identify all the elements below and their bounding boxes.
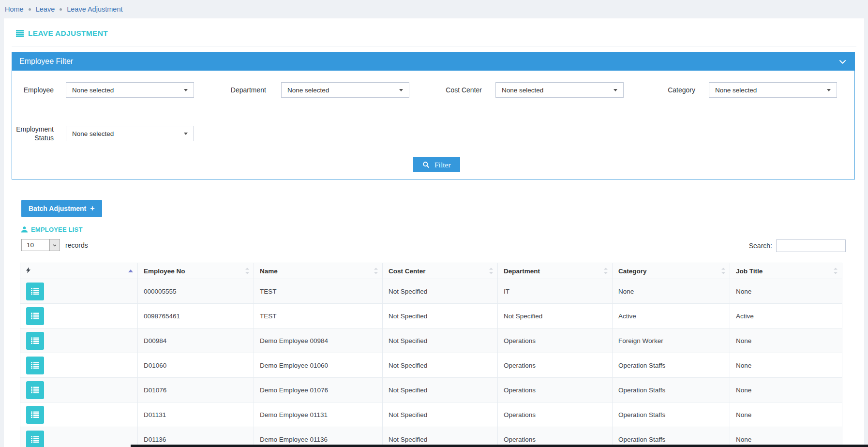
cell-job-title: None — [730, 402, 842, 427]
cell-actions — [20, 427, 138, 447]
table-row: D01076 Demo Employee 01076 Not Specified… — [20, 378, 842, 402]
page-title-text: LEAVE ADJUSTMENT — [28, 29, 108, 38]
search-label: Search: — [749, 242, 772, 250]
cell-department: Operations — [498, 427, 613, 447]
chevron-down-icon[interactable] — [838, 57, 847, 66]
leave-adjust-button[interactable] — [26, 381, 44, 399]
cell-department: Operations — [498, 378, 613, 402]
cell-job-title: None — [730, 427, 842, 447]
sort-icon — [604, 268, 608, 274]
leave-adjust-button[interactable] — [26, 283, 44, 300]
employee-filter-header[interactable]: Employee Filter — [12, 52, 854, 71]
cell-category: Operation Staffs — [613, 427, 730, 447]
cell-employee-no: D01076 — [138, 378, 254, 402]
sort-ascending-icon — [128, 269, 133, 272]
department-label: Department — [227, 86, 266, 94]
leave-adjust-button[interactable] — [26, 332, 44, 350]
cell-cost-center: Not Specified — [383, 402, 498, 427]
cell-name: TEST — [254, 304, 383, 328]
column-header-actions[interactable] — [20, 263, 138, 279]
cell-actions — [20, 402, 138, 427]
cell-department: Operations — [498, 353, 613, 378]
sort-icon — [245, 268, 249, 274]
employee-list-heading-text: EMPLOYEE LIST — [31, 226, 83, 233]
column-header-label: Employee No — [144, 268, 185, 275]
cell-cost-center: Not Specified — [383, 427, 498, 447]
leave-adjust-button[interactable] — [26, 307, 44, 325]
column-header-employee-no[interactable]: Employee No — [138, 263, 254, 279]
cell-employee-no: D00984 — [138, 328, 254, 353]
search-control: Search: — [749, 239, 846, 252]
table-row: 000005555 TEST Not Specified IT None Non… — [20, 279, 842, 304]
cell-cost-center: Not Specified — [383, 353, 498, 378]
employment-status-label: Employment Status — [13, 125, 54, 142]
employee-dropdown-value: None selected — [72, 87, 184, 94]
list-lines-icon — [31, 411, 39, 418]
column-header-category[interactable]: Category — [613, 263, 730, 279]
search-input[interactable] — [776, 239, 846, 252]
breadcrumb-leave-adjustment[interactable]: Leave Adjustment — [67, 5, 122, 13]
employment-status-dropdown-value: None selected — [72, 130, 184, 137]
divider — [12, 46, 856, 46]
column-header-department[interactable]: Department — [498, 263, 613, 279]
cell-category: Active — [613, 304, 730, 328]
category-dropdown[interactable]: None selected — [709, 82, 837, 98]
cell-cost-center: Not Specified — [383, 328, 498, 353]
cell-cost-center: Not Specified — [383, 304, 498, 328]
records-length-control: 10 records — [21, 239, 88, 251]
cell-employee-no: D01131 — [138, 402, 254, 427]
records-per-page-select[interactable]: 10 — [21, 239, 60, 251]
filter-field-employee: Employee None selected — [20, 82, 194, 98]
filter-button[interactable]: Filter — [413, 157, 460, 172]
filter-field-employment-status: Employment Status None selected — [13, 126, 194, 141]
employment-status-dropdown[interactable]: None selected — [66, 126, 194, 141]
batch-adjustment-label: Batch Adjustment — [29, 205, 86, 212]
filter-field-category: Category None selected — [652, 82, 837, 98]
employee-filter-panel: Employee Filter Employee None selected D… — [12, 52, 855, 179]
horizontal-scrollbar[interactable] — [131, 445, 868, 447]
table-header-row: Employee No Name Cost Center Department … — [20, 263, 842, 279]
batch-adjustment-button[interactable]: Batch Adjustment + — [21, 200, 102, 217]
cell-actions — [20, 304, 138, 328]
category-dropdown-value: None selected — [715, 87, 827, 94]
list-lines-icon — [31, 337, 39, 344]
cell-department: Not Specified — [498, 304, 613, 328]
cell-name: Demo Employee 00984 — [254, 328, 383, 353]
filter-field-department: Department None selected — [227, 82, 409, 98]
table-row: 0098765461 TEST Not Specified Not Specif… — [20, 304, 842, 328]
breadcrumb-home[interactable]: Home — [5, 5, 24, 13]
column-header-name[interactable]: Name — [254, 263, 383, 279]
leave-adjust-button[interactable] — [26, 357, 44, 374]
sort-icon — [834, 268, 838, 274]
breadcrumb-leave[interactable]: Leave — [36, 5, 55, 13]
cell-department: Operations — [498, 402, 613, 427]
cell-department: IT — [498, 279, 613, 304]
sort-icon — [721, 268, 725, 274]
sort-icon — [374, 268, 378, 274]
table-row: D01136 Demo Employee 01136 Not Specified… — [20, 427, 842, 447]
leave-adjust-button[interactable] — [26, 406, 44, 424]
cell-actions — [20, 378, 138, 402]
column-header-label: Job Title — [736, 268, 763, 275]
cell-name: Demo Employee 01060 — [254, 353, 383, 378]
leave-adjust-button[interactable] — [26, 431, 44, 447]
cost-center-dropdown[interactable]: None selected — [495, 82, 624, 98]
employee-dropdown[interactable]: None selected — [66, 82, 194, 98]
department-dropdown[interactable]: None selected — [281, 82, 409, 98]
list-icon — [16, 30, 24, 37]
cell-employee-no: D01136 — [138, 427, 254, 447]
cell-job-title: None — [730, 328, 842, 353]
cell-name: Demo Employee 01136 — [254, 427, 383, 447]
plus-icon: + — [90, 204, 94, 213]
caret-down-icon — [184, 89, 188, 91]
table-row: D01131 Demo Employee 01131 Not Specified… — [20, 402, 842, 427]
cell-employee-no: 000005555 — [138, 279, 254, 304]
column-header-job-title[interactable]: Job Title — [730, 263, 842, 279]
user-icon — [21, 226, 28, 233]
cell-actions — [20, 353, 138, 378]
column-header-cost-center[interactable]: Cost Center — [383, 263, 498, 279]
select-arrow-icon — [49, 239, 60, 251]
cell-job-title: None — [730, 378, 842, 402]
bolt-icon — [26, 267, 30, 273]
cell-actions — [20, 328, 138, 353]
